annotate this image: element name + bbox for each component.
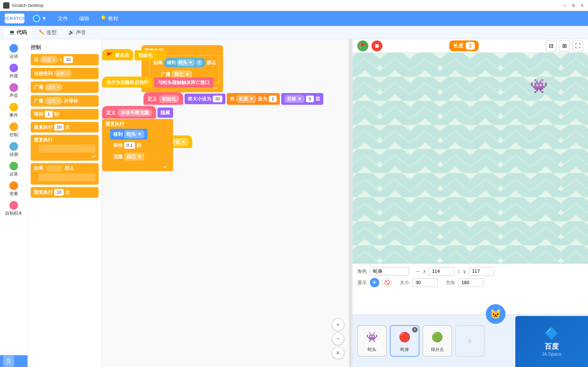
tab-code[interactable]: 💻 代码 [3, 27, 33, 38]
block-when-loudness[interactable]: 当 响度 > 10 [31, 54, 99, 65]
stop-icon: ⏹ [374, 42, 380, 49]
category-control[interactable]: 控制 [1, 121, 26, 139]
direction-input[interactable] [458, 278, 484, 287]
sprite-scorepoint-img: 🟢 [429, 329, 445, 345]
stage-large-button[interactable]: ⊞ [559, 41, 570, 51]
broadcast-wait-dropdown[interactable]: 边长 [45, 97, 62, 105]
script-area[interactable]: 重复执行 如果 碰到 蛇头 ▼ ? 那么 [102, 39, 352, 367]
add-sprite-button[interactable]: + [455, 325, 485, 357]
nav-language-arrow: ▼ [42, 16, 47, 22]
show-hidden-button[interactable]: 🚫 [382, 278, 392, 287]
block-move-to-snake[interactable]: 移到 蛇头 ▼ [110, 129, 147, 140]
block-receive-side[interactable]: 当接收到 边长 [31, 68, 99, 79]
loudness-dropdown[interactable]: 响度 [40, 56, 58, 63]
category-myblocks[interactable]: 自制积木 [1, 199, 26, 218]
block-repeat-10[interactable]: 重复执行 10 次 [31, 122, 99, 133]
y-input[interactable] [469, 267, 494, 275]
block-if-then[interactable]: 如果 那么 [31, 163, 99, 185]
category-sound[interactable]: 声音 [1, 82, 26, 100]
props-row-2: 显示 👁 🚫 大小 方向 [357, 278, 583, 287]
block-touching[interactable]: 碰到 蛇头 ▼ ? [164, 58, 205, 67]
category-looks[interactable]: 外观 [1, 62, 26, 81]
block-clone-start[interactable]: 当作为克隆体启动时 [102, 76, 153, 88]
show-visible-button[interactable]: 👁 [370, 278, 379, 287]
script-scrollbar[interactable] [349, 39, 352, 367]
category-events[interactable]: 事件 [1, 101, 26, 120]
sprite-delete-button[interactable]: ✕ [412, 327, 418, 333]
sound-dot [9, 83, 18, 92]
x-input[interactable] [429, 267, 454, 275]
category-motion[interactable]: 运动 [1, 42, 26, 61]
flag-icon: 🚩 [359, 42, 366, 49]
stage-fullscreen-button[interactable]: ⛶ [572, 41, 583, 51]
sprite-snakebody-img: 🔴 [397, 329, 413, 345]
block-set-length[interactable]: 将 长度 ▼ 设为 1 [227, 93, 280, 105]
block-die-interface[interactable]: 与蛇头碰触触发阵亡接口 [154, 77, 214, 88]
panel-section-control: 控制 [31, 44, 99, 51]
block-wait-01[interactable]: 等待 0.1 秒 [110, 141, 144, 150]
zoom-in-button[interactable]: + [332, 318, 344, 331]
ja-space-label: JA Space [542, 351, 562, 357]
green-flag-button[interactable]: 🚩 [357, 41, 368, 51]
nav-file[interactable]: 文件 [55, 14, 70, 24]
tab-costume[interactable]: ✏️ 造型 [34, 27, 62, 38]
zoom-out-button[interactable]: − [332, 333, 344, 345]
stage-toolbar: 🚩 ⏹ 长度 2 ⊟ ⊞ ⛶ [353, 39, 588, 53]
operators-dot [9, 162, 18, 170]
scratch-cat-button[interactable]: 🐱 [486, 304, 505, 324]
stop-button[interactable]: ⏹ [372, 41, 382, 51]
block-set-size[interactable]: 将大小设为 30 [184, 94, 225, 104]
globe-icon: 🌐 [33, 15, 40, 22]
block-hide[interactable]: 隐藏 [157, 108, 173, 118]
svg-rect-1 [353, 53, 588, 263]
restore-button[interactable]: ⧉ [571, 3, 576, 8]
broadcast-side-dropdown[interactable]: 边长 [45, 83, 62, 91]
flag-icon-1: 🚩 [106, 52, 113, 58]
character-sprite: 👾 [529, 76, 549, 96]
block-define-clone-func[interactable]: 定义 本体不断克隆 [102, 106, 156, 118]
tab-sound[interactable]: 🔊 声音 [63, 27, 92, 38]
script-group-define-clone: 定义 本体不断克隆 隐藏 重复执行 移到 蛇头 ▼ 等 [102, 106, 173, 171]
props-row-1: 角色 ↔ x ↕ y [357, 267, 583, 275]
block-repeat-10b[interactable]: 重复执行 10 次 [31, 187, 99, 198]
block-when-flag-1[interactable]: 🚩 被点击 [102, 49, 133, 60]
ja-space-logo-icon: 🔷 [544, 326, 559, 340]
block-go-back[interactable]: 后移 ▼ 5 层 [281, 93, 323, 105]
bulb-icon: 💡 [100, 16, 106, 22]
size-input[interactable] [412, 278, 438, 287]
category-operators[interactable]: 运算 [1, 160, 26, 179]
sprite-name-input[interactable] [370, 267, 409, 275]
sprite-card-scorepoint[interactable]: 🟢 得分点 [423, 325, 452, 357]
block-define-init[interactable]: 定义 初始化 [143, 92, 183, 105]
close-button[interactable]: ✕ [579, 3, 585, 8]
receive-side-dropdown[interactable]: 边长 [54, 70, 72, 77]
block-clone-self[interactable]: 克隆 自己 ▼ [110, 151, 147, 162]
block-wait-sec[interactable]: 等待 1 秒 [31, 109, 99, 119]
menu-button[interactable]: ☰ [3, 356, 14, 367]
minimize-button[interactable]: — [562, 3, 568, 8]
script-group-clone: 当作为克隆体启动时 与蛇头碰触触发阵亡接口 [102, 76, 214, 88]
stage-small-button[interactable]: ⊟ [545, 41, 557, 51]
sound-tab-icon: 🔊 [68, 30, 74, 35]
category-sensing[interactable]: 侦测 [1, 141, 26, 159]
zoom-fit-button[interactable]: ≡ [332, 347, 344, 359]
properties-panel: 角色 ↔ x ↕ y 显示 👁 🚫 大小 方向 [353, 263, 588, 314]
nav-language[interactable]: 🌐 ▼ [31, 13, 49, 24]
nav-tutorials[interactable]: 💡 教程 [98, 14, 121, 24]
block-broadcast-wait[interactable]: 广播 边长 并等待 [31, 95, 99, 107]
stage-view-controls: ⊟ ⊞ ⛶ [545, 41, 583, 51]
sprite-card-snakebody[interactable]: ✕ 🔴 蛇身 [390, 325, 419, 357]
sensing-dot [9, 142, 18, 151]
sprite-card-snakehead[interactable]: 👾 蛇头 [357, 325, 387, 357]
bottom-bar: ☰ [0, 355, 27, 367]
ja-space-button[interactable]: 🔷 百度 JA Space [515, 316, 588, 367]
block-broadcast-side[interactable]: 广播 边长 [31, 82, 99, 93]
scratch-logo[interactable]: SCRATCH [5, 14, 24, 23]
motion-dot [9, 44, 18, 53]
nav-edit[interactable]: 编辑 [77, 14, 92, 24]
block-init-1[interactable]: 初始化 [134, 50, 166, 60]
block-repeat-clone-loop[interactable]: 重复执行 移到 蛇头 ▼ 等待 0.1 秒 [102, 119, 173, 171]
stage-canvas: 👾 [353, 53, 588, 263]
category-variables[interactable]: 变量 [1, 180, 26, 198]
block-repeat-forever[interactable]: 重复执行 ↩ [31, 135, 99, 161]
